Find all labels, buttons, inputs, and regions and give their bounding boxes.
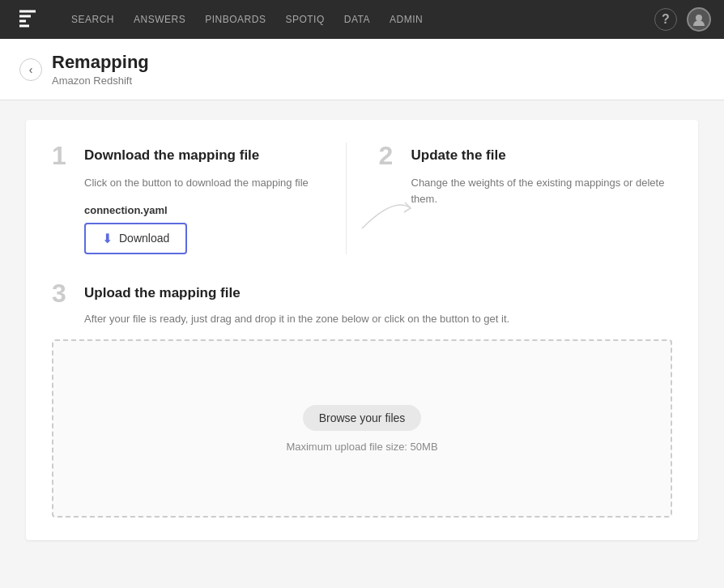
nav-right: ?	[654, 7, 711, 32]
page-header: ‹ Remapping Amazon Redshift	[0, 39, 724, 100]
page-title-block: Remapping Amazon Redshift	[52, 52, 149, 87]
step-1-title: Download the mapping file	[84, 143, 259, 164]
svg-rect-0	[13, 5, 42, 34]
back-button[interactable]: ‹	[19, 58, 42, 81]
nav-pinboards[interactable]: PINBOARDS	[205, 14, 266, 25]
step-3-title: Upload the mapping file	[84, 280, 241, 301]
browse-files-button[interactable]: Browse your files	[303, 405, 422, 431]
step-3-number: 3	[52, 280, 71, 306]
step-3-section: 3 Upload the mapping file After your fil…	[52, 280, 672, 518]
download-icon: ⬇	[102, 231, 113, 246]
step-3-description: After your file is ready, just drag and …	[84, 311, 672, 327]
content-card: 1 Download the mapping file Click on the…	[26, 120, 698, 540]
main-content: 1 Download the mapping file Click on the…	[0, 100, 724, 588]
download-button[interactable]: ⬇ Download	[84, 223, 187, 254]
step-1-header: 1 Download the mapping file	[52, 143, 346, 168]
step-3-header: 3 Upload the mapping file	[52, 280, 672, 306]
nav-answers[interactable]: ANSWERS	[134, 14, 185, 25]
download-section: connection.yaml ⬇ Download	[84, 204, 346, 254]
download-label: Download	[119, 232, 169, 245]
upload-limit-text: Maximum upload file size: 50MB	[286, 441, 437, 453]
step-2-number: 2	[379, 143, 398, 168]
step-1-number: 1	[52, 143, 71, 168]
page-subtitle: Amazon Redshift	[52, 75, 149, 87]
user-avatar[interactable]	[687, 7, 711, 32]
upload-drop-zone[interactable]: Browse your files Maximum upload file si…	[52, 339, 672, 518]
help-button[interactable]: ?	[654, 8, 677, 31]
file-name: connection.yaml	[84, 204, 346, 216]
top-navigation: SEARCH ANSWERS PINBOARDS SPOTIQ DATA ADM…	[0, 0, 724, 39]
step-2-title: Update the file	[411, 143, 506, 164]
svg-point-5	[696, 15, 702, 21]
nav-search[interactable]: SEARCH	[71, 14, 114, 25]
nav-links: SEARCH ANSWERS PINBOARDS SPOTIQ DATA ADM…	[71, 14, 632, 25]
page-title: Remapping	[52, 52, 149, 73]
step-2-description: Change the weights of the existing mappi…	[411, 175, 673, 207]
step-1-description: Click on the button to download the mapp…	[84, 175, 346, 191]
nav-data[interactable]: DATA	[344, 14, 370, 25]
app-logo[interactable]	[13, 5, 42, 34]
nav-spotiq[interactable]: SPOTIQ	[285, 14, 324, 25]
step-2-header: 2 Update the file	[379, 143, 673, 168]
arrow-decoration	[354, 188, 419, 236]
nav-admin[interactable]: ADMIN	[390, 14, 423, 25]
steps-top-row: 1 Download the mapping file Click on the…	[52, 143, 672, 254]
step-1-column: 1 Download the mapping file Click on the…	[52, 143, 346, 254]
